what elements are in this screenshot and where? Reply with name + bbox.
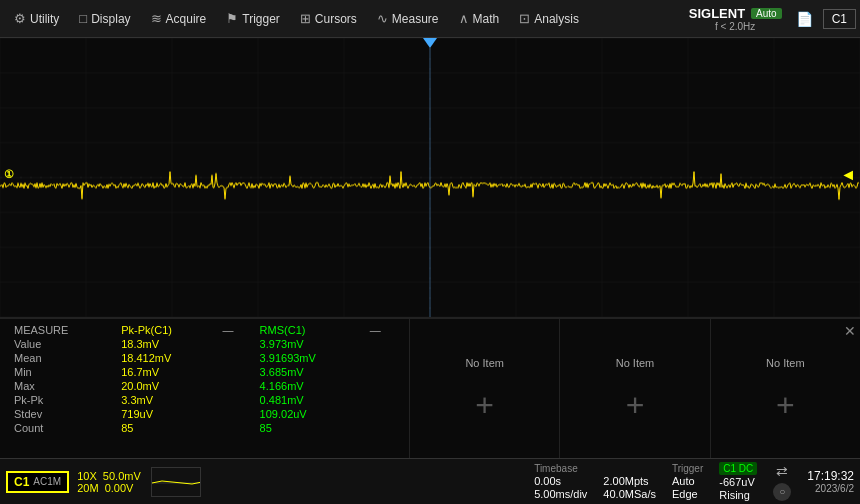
row-rms: 4.166mV: [254, 379, 364, 393]
time-display: 17:19:32: [807, 469, 854, 483]
table-row: Stdev 719uV 109.02uV: [8, 407, 401, 421]
row-name: Value: [8, 337, 115, 351]
col-dash2: —: [364, 323, 401, 337]
cursors-icon: ⊞: [300, 11, 311, 26]
date-display: 2023/6/2: [807, 483, 854, 494]
ch1-probe-row: 10X 50.0mV: [77, 470, 141, 482]
ch1-tag: C1: [14, 475, 29, 489]
trigger-line: [430, 48, 431, 317]
acquire-icon: ≋: [151, 11, 162, 26]
usb-icon: ⇄: [776, 463, 788, 479]
col-dash1: —: [216, 323, 253, 337]
channel-badge: C1: [823, 9, 856, 29]
measure-table: MEASURE Pk-Pk(C1) — RMS(C1) — Value 18.3…: [8, 323, 401, 435]
menu-display[interactable]: □ Display: [69, 7, 140, 30]
row-name: Stdev: [8, 407, 115, 421]
trigger-block: Trigger Auto Edge: [672, 463, 703, 500]
row-pk: 18.3mV: [115, 337, 216, 351]
ch1-values: 10X 50.0mV 20M 0.00V: [77, 470, 141, 494]
menu-cursors[interactable]: ⊞ Cursors: [290, 7, 367, 30]
timebase-div: 5.00ms/div: [534, 488, 587, 500]
row-name: Mean: [8, 351, 115, 365]
measure-area: MEASURE Pk-Pk(C1) — RMS(C1) — Value 18.3…: [0, 318, 860, 458]
waveform-area: ① ◄: [0, 38, 860, 318]
scroll-button[interactable]: ○: [773, 483, 791, 501]
math-icon: ∧: [459, 11, 469, 26]
row-pk: 20.0mV: [115, 379, 216, 393]
row-pk: 3.3mV: [115, 393, 216, 407]
ch1-mem-row: 20M 0.00V: [77, 482, 141, 494]
menu-utility[interactable]: ⚙ Utility: [4, 7, 69, 30]
timebase-block: Timebase 0.00s 5.00ms/div: [534, 463, 587, 500]
plus-icon-2[interactable]: +: [626, 389, 645, 421]
col-rms-header: RMS(C1): [254, 323, 364, 337]
table-row: Mean 18.412mV 3.91693mV: [8, 351, 401, 365]
measure-icon: ∿: [377, 11, 388, 26]
menu-measure[interactable]: ∿ Measure: [367, 7, 449, 30]
trigger-mode: Auto: [672, 475, 695, 487]
no-item-1: No Item +: [410, 319, 560, 458]
close-button[interactable]: ✕: [844, 323, 856, 339]
trigger-detail-block: C1 DC -667uV Rising: [719, 462, 757, 501]
trigger-marker: [423, 38, 437, 48]
row-rms: 109.02uV: [254, 407, 364, 421]
row-pk: 16.7mV: [115, 365, 216, 379]
row-rms: 0.481mV: [254, 393, 364, 407]
doc-icon: 📄: [796, 11, 813, 27]
menu-math[interactable]: ∧ Math: [449, 7, 510, 30]
trigger-slope: Rising: [719, 489, 750, 501]
ch1-mini-wave: [151, 467, 201, 497]
status-right: Timebase 0.00s 5.00ms/div 2.00Mpts 40.0M…: [534, 462, 854, 501]
timebase-offset: 0.00s: [534, 475, 561, 487]
row-name: Min: [8, 365, 115, 379]
ch1-info-box: C1 AC1M: [6, 471, 69, 493]
ch1-arrow: ◄: [840, 166, 856, 184]
row-pk: 18.412mV: [115, 351, 216, 365]
sample-block: 2.00Mpts 40.0MSa/s: [603, 463, 656, 500]
row-name: Count: [8, 421, 115, 435]
menu-analysis[interactable]: ⊡ Analysis: [509, 7, 589, 30]
table-row: Min 16.7mV 3.685mV: [8, 365, 401, 379]
ch1-coupling: AC1M: [33, 476, 61, 487]
row-rms: 3.91693mV: [254, 351, 364, 365]
mini-wave-svg: [152, 468, 201, 497]
menu-acquire[interactable]: ≋ Acquire: [141, 7, 217, 30]
plus-icon-1[interactable]: +: [475, 389, 494, 421]
plus-icon-3[interactable]: +: [776, 389, 795, 421]
ch1-label: ①: [4, 168, 14, 181]
measure-right: No Item + No Item + No Item +: [410, 319, 860, 458]
display-icon: □: [79, 11, 87, 26]
menu-bar: ⚙ Utility □ Display ≋ Acquire ⚑ Trigger …: [0, 0, 860, 38]
measure-table-section: MEASURE Pk-Pk(C1) — RMS(C1) — Value 18.3…: [0, 319, 410, 458]
table-row: Pk-Pk 3.3mV 0.481mV: [8, 393, 401, 407]
measure-right-wrapper: No Item + No Item + No Item + ✕: [410, 319, 860, 458]
bottom-bar: C1 AC1M 10X 50.0mV 20M 0.00V Timebase 0.…: [0, 458, 860, 504]
row-rms: 85: [254, 421, 364, 435]
trigger-icon: ⚑: [226, 11, 238, 26]
trigger-type: Edge: [672, 488, 698, 500]
utility-icon: ⚙: [14, 11, 26, 26]
row-rms: 3.973mV: [254, 337, 364, 351]
timebase-sa: 40.0MSa/s: [603, 488, 656, 500]
time-block: 17:19:32 2023/6/2: [807, 469, 854, 494]
timebase-mpts: 2.00Mpts: [603, 475, 648, 487]
row-rms: 3.685mV: [254, 365, 364, 379]
row-pk: 719uV: [115, 407, 216, 421]
no-item-3: No Item +: [711, 319, 860, 458]
col-pk-header: Pk-Pk(C1): [115, 323, 216, 337]
no-item-2: No Item +: [560, 319, 710, 458]
row-pk: 85: [115, 421, 216, 435]
measure-header: MEASURE: [8, 323, 115, 337]
analysis-icon: ⊡: [519, 11, 530, 26]
menu-trigger[interactable]: ⚑ Trigger: [216, 7, 290, 30]
trigger-level: -667uV: [719, 476, 754, 488]
table-row: Count 85 85: [8, 421, 401, 435]
table-row: Max 20.0mV 4.166mV: [8, 379, 401, 393]
brand-area: SIGLENT Auto f < 2.0Hz: [681, 6, 790, 32]
row-name: Max: [8, 379, 115, 393]
c1-dc-badge: C1 DC: [719, 462, 757, 475]
table-row: Value 18.3mV 3.973mV: [8, 337, 401, 351]
row-name: Pk-Pk: [8, 393, 115, 407]
